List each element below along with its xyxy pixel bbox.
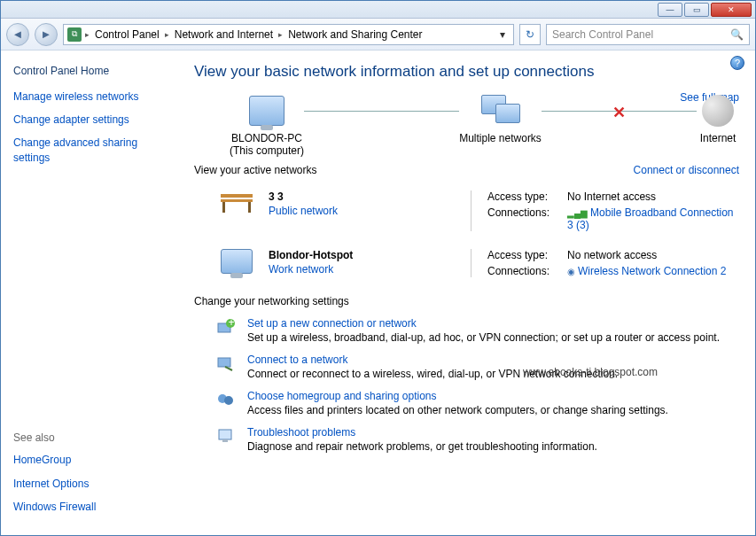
change-settings-label: Change your networking settings [194, 295, 739, 307]
search-box[interactable]: Search Control Panel 🔍 [546, 24, 750, 45]
broken-connection-line: ✕ [542, 111, 697, 112]
task-description: Access files and printers located on oth… [247, 404, 668, 416]
setup-connection-icon: + [215, 317, 237, 337]
homegroup-icon [215, 390, 237, 409]
connection-link[interactable]: Mobile Broadband Connection 3 (3) [567, 206, 734, 231]
connection-link[interactable]: Wireless Network Connection 2 [578, 265, 726, 277]
svg-point-9 [224, 396, 233, 405]
public-network-icon [215, 190, 258, 231]
diagram-this-computer: BLONDOR-PC (This computer) [230, 93, 304, 157]
titlebar: — ▭ ✕ [1, 1, 755, 19]
maximize-button[interactable]: ▭ [684, 3, 709, 17]
task-link[interactable]: Troubleshoot problems [247, 426, 597, 439]
svg-rect-1 [221, 199, 253, 202]
task-description: Diagnose and repair network problems, or… [247, 440, 597, 453]
network-block: Blondor-Hotspot Work network Access type… [194, 244, 739, 290]
active-networks-label: View your active networks [194, 164, 317, 176]
search-icon: 🔍 [730, 28, 744, 41]
connect-network-icon [215, 353, 237, 373]
watermark-text: www.ebooks-ti.blogspot.com [523, 366, 658, 378]
breadcrumb[interactable]: Control Panel [93, 28, 161, 41]
sidebar-link-advanced-sharing[interactable]: Change advanced sharing settings [13, 136, 173, 164]
refresh-button[interactable]: ↻ [519, 24, 541, 45]
task-link[interactable]: Connect to a network [247, 353, 618, 366]
work-network-icon [215, 249, 258, 277]
diagram-node-sublabel: (This computer) [230, 144, 304, 157]
task-link[interactable]: Set up a new connection or network [247, 317, 720, 330]
connections-label: Connections: [487, 206, 567, 219]
page-title: View your basic network information and … [194, 63, 739, 81]
network-block: 3 3 Public network Access type: No Inter… [194, 185, 739, 244]
sidebar-link-homegroup[interactable]: HomeGroup [13, 453, 173, 467]
sidebar-link-manage-wireless[interactable]: Manage wireless networks [13, 89, 173, 104]
task-link[interactable]: Choose homegroup and sharing options [247, 390, 668, 402]
access-type-value: No Internet access [567, 190, 739, 203]
diagram-multiple-networks: Multiple networks [459, 93, 542, 144]
task-description: Set up a wireless, broadband, dial-up, a… [247, 331, 720, 344]
svg-rect-11 [222, 439, 228, 442]
network-diagram: BLONDOR-PC (This computer) Multiple netw… [194, 93, 739, 157]
control-panel-icon: ⧉ [67, 27, 82, 42]
chevron-right-icon: ▸ [278, 30, 283, 39]
task-homegroup-sharing[interactable]: Choose homegroup and sharing options Acc… [194, 387, 739, 423]
wifi-icon: ◉ [567, 267, 575, 276]
help-icon[interactable]: ? [730, 56, 744, 70]
sidebar-link-adapter-settings[interactable]: Change adapter settings [13, 113, 173, 127]
svg-rect-2 [222, 202, 225, 213]
computer-icon [249, 96, 284, 126]
svg-rect-0 [221, 194, 253, 198]
globe-icon [702, 95, 734, 127]
sidebar: Control Panel Home Manage wireless netwo… [1, 50, 185, 536]
network-type-link[interactable]: Public network [269, 205, 338, 217]
diagram-node-label: Internet [697, 132, 739, 144]
task-troubleshoot[interactable]: Troubleshoot problems Diagnose and repai… [194, 423, 739, 460]
multiple-networks-icon [481, 95, 520, 127]
nav-toolbar: ◄ ► ⧉ ▸ Control Panel ▸ Network and Inte… [1, 19, 755, 50]
access-type-label: Access type: [487, 249, 567, 261]
breadcrumb[interactable]: Network and Internet [173, 28, 275, 41]
svg-rect-10 [219, 430, 231, 439]
close-button[interactable]: ✕ [711, 3, 752, 17]
search-placeholder: Search Control Panel [552, 28, 653, 41]
network-name: Blondor-Hotspot [269, 249, 455, 261]
svg-rect-3 [248, 202, 251, 213]
task-setup-connection[interactable]: + Set up a new connection or network Set… [194, 315, 739, 351]
back-button[interactable]: ◄ [6, 23, 29, 46]
connection-line [304, 111, 459, 112]
connect-disconnect-link[interactable]: Connect or disconnect [634, 164, 739, 176]
network-type-link[interactable]: Work network [269, 263, 333, 276]
sidebar-link-windows-firewall[interactable]: Windows Firewall [13, 500, 173, 514]
chevron-right-icon: ▸ [165, 30, 169, 39]
diagram-node-label: Multiple networks [459, 132, 542, 144]
access-type-value: No network access [567, 249, 739, 261]
forward-button[interactable]: ► [35, 23, 58, 46]
network-name: 3 3 [269, 190, 455, 203]
see-also-label: See also [13, 431, 173, 444]
chevron-right-icon: ▸ [85, 30, 90, 39]
diagram-node-label: BLONDOR-PC [230, 132, 304, 144]
address-dropdown[interactable]: ▾ [495, 28, 510, 41]
control-panel-home[interactable]: Control Panel Home [13, 65, 173, 77]
svg-text:+: + [229, 318, 235, 329]
x-icon: ✕ [612, 103, 626, 122]
access-type-label: Access type: [487, 190, 567, 203]
signal-icon: ▂▄▆ [567, 208, 588, 218]
diagram-internet: Internet [697, 93, 739, 144]
connections-label: Connections: [487, 265, 567, 277]
sidebar-link-internet-options[interactable]: Internet Options [13, 477, 173, 491]
svg-rect-7 [218, 358, 230, 367]
address-bar[interactable]: ⧉ ▸ Control Panel ▸ Network and Internet… [63, 24, 514, 45]
troubleshoot-icon [215, 426, 237, 446]
main-content: ? View your basic network information an… [185, 50, 755, 536]
breadcrumb[interactable]: Network and Sharing Center [286, 28, 424, 41]
minimize-button[interactable]: — [658, 3, 682, 17]
